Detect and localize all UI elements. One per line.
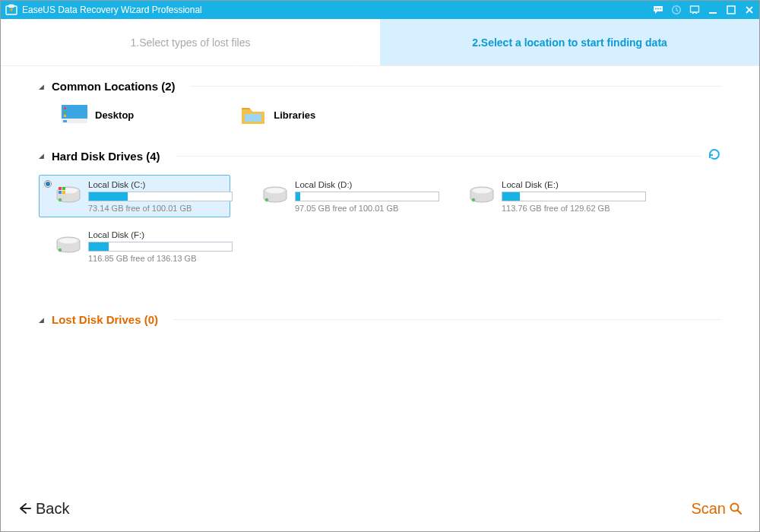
app-window: EaseUS Data Recovery Wizard Professional… [0,0,760,532]
location-libraries-label: Libraries [274,109,315,121]
location-desktop[interactable]: Desktop [62,103,134,126]
drive-info: Local Disk (C:) 73.14 GB free of 100.01 … [88,180,233,213]
menu-icon[interactable] [689,5,700,15]
drive-name: Local Disk (C:) [88,180,233,189]
maximize-icon[interactable] [726,5,736,15]
svg-point-28 [472,198,475,201]
chat-icon[interactable] [653,5,663,15]
drive-name: Local Disk (E:) [502,180,646,189]
drive-card[interactable]: Local Disk (C:) 73.14 GB free of 100.01 … [39,175,230,217]
drive-name: Local Disk (F:) [88,230,233,239]
chevron-down-icon: ◢ [39,316,44,324]
svg-rect-12 [64,107,66,109]
chevron-down-icon: ◢ [39,83,44,90]
window-title: EaseUS Data Recovery Wizard Professional [22,5,653,15]
history-icon[interactable] [671,5,682,15]
content-area: ◢ Common Locations (2) Desktop Libraries… [1,66,759,486]
svg-rect-20 [62,187,65,190]
svg-point-3 [657,8,659,10]
divider [176,156,701,157]
common-locations-row: Desktop Libraries [39,103,721,126]
svg-rect-22 [62,191,65,194]
svg-rect-14 [64,115,66,117]
svg-rect-13 [64,111,66,113]
drive-card[interactable]: Local Disk (E:) 113.76 GB free of 129.62… [452,175,644,217]
hdd-icon [468,182,496,210]
titlebar-actions [653,5,755,15]
drive-card[interactable]: Local Disk (D:) 97.05 GB free of 100.01 … [245,175,437,217]
back-label: Back [36,500,69,518]
app-icon [5,4,17,16]
close-icon[interactable] [744,5,755,15]
svg-point-30 [59,239,78,244]
divider [173,319,721,320]
section-drives-title: Hard Disk Drives (4) [52,150,160,163]
usage-bar [88,242,233,252]
section-lost-header[interactable]: ◢ Lost Disk Drives (0) [39,313,721,326]
radio-selected-icon [44,180,52,188]
hdd-icon [261,182,289,210]
usage-bar [295,192,439,201]
svg-point-4 [660,8,661,10]
svg-point-18 [59,198,62,201]
svg-point-25 [265,198,268,201]
svg-rect-15 [245,114,261,122]
location-libraries[interactable]: Libraries [240,103,315,126]
section-common-header[interactable]: ◢ Common Locations (2) [39,80,721,93]
libraries-icon [240,103,266,126]
drive-card[interactable]: Local Disk (F:) 116.85 GB free of 136.13… [39,225,230,268]
refresh-icon[interactable] [708,147,721,164]
svg-rect-21 [59,191,62,194]
location-desktop-label: Desktop [95,109,134,121]
usage-bar [88,192,233,201]
hdd-icon [55,182,82,210]
drives-grid: Local Disk (C:) 73.14 GB free of 100.01 … [39,175,721,268]
svg-rect-11 [63,120,67,122]
footer: Back Scan [1,486,759,531]
back-button[interactable]: Back [17,500,69,518]
drive-free-text: 116.85 GB free of 136.13 GB [88,254,233,263]
step-1-label: 1.Select types of lost files [131,36,251,49]
svg-rect-8 [727,6,735,14]
drive-free-text: 73.14 GB free of 100.01 GB [88,204,233,213]
hdd-icon [55,233,82,260]
section-drives-header[interactable]: ◢ Hard Disk Drives (4) [39,147,721,164]
wizard-steps: 1.Select types of lost files 2.Select a … [1,19,759,66]
scan-label: Scan [691,500,726,518]
desktop-icon [62,103,87,126]
titlebar: EaseUS Data Recovery Wizard Professional [1,1,759,19]
drive-free-text: 97.05 GB free of 100.01 GB [295,204,439,213]
arrow-left-icon [17,502,31,515]
svg-point-27 [473,188,491,194]
svg-point-24 [266,188,284,194]
scan-button[interactable]: Scan [691,500,743,518]
usage-bar [502,192,646,201]
drive-free-text: 113.76 GB free of 129.62 GB [502,204,646,213]
section-lost-title: Lost Disk Drives (0) [52,313,158,326]
minimize-icon[interactable] [708,5,718,15]
svg-rect-7 [709,12,717,14]
drive-info: Local Disk (E:) 113.76 GB free of 129.62… [502,180,646,213]
svg-point-31 [59,249,62,252]
section-common-title: Common Locations (2) [52,80,176,93]
divider [191,86,721,87]
step-2-label: 2.Select a location to start finding dat… [472,36,667,49]
step-2[interactable]: 2.Select a location to start finding dat… [380,19,759,65]
drive-info: Local Disk (D:) 97.05 GB free of 100.01 … [295,180,439,213]
svg-rect-19 [59,187,62,190]
chevron-down-icon: ◢ [39,152,44,160]
drive-info: Local Disk (F:) 116.85 GB free of 136.13… [88,230,233,263]
step-1[interactable]: 1.Select types of lost files [1,19,380,65]
svg-rect-6 [691,6,699,12]
svg-point-17 [59,188,78,194]
search-icon [729,502,743,515]
svg-point-2 [655,8,657,10]
drive-name: Local Disk (D:) [295,180,439,189]
